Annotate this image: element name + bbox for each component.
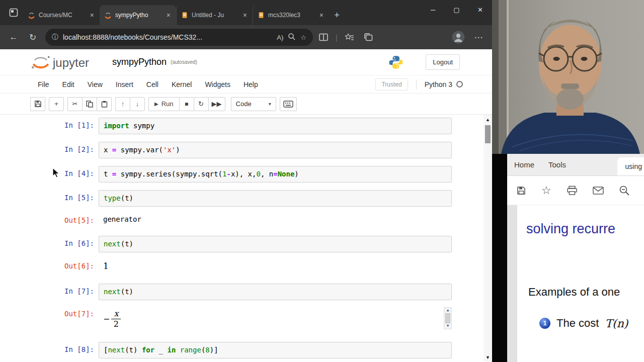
- close-button[interactable]: ✕: [468, 0, 492, 19]
- paste-cell-button[interactable]: [97, 97, 112, 111]
- code-input[interactable]: next(t): [99, 284, 452, 300]
- scroll-up-icon[interactable]: ▲: [486, 115, 490, 122]
- pdf-star-icon[interactable]: ☆: [541, 185, 551, 196]
- trusted-badge[interactable]: Trusted: [375, 78, 408, 90]
- browser-nav-bar: ← ↻ ⓘ localhost:8888/notebooks/Courses/M…: [0, 25, 492, 49]
- logout-button[interactable]: Logout: [426, 54, 460, 70]
- code-input[interactable]: next(t): [99, 236, 452, 252]
- copy-cell-button[interactable]: [82, 97, 97, 111]
- output-scrollbar[interactable]: ▲▼: [444, 307, 452, 329]
- new-tab-button[interactable]: +: [334, 10, 340, 21]
- pdf-tab-home[interactable]: Home: [507, 154, 541, 176]
- browser-window: Courses/MC×sympyPytho×Untitled - Ju×mcs3…: [0, 0, 492, 362]
- pdf-document-tab[interactable]: using: [617, 157, 644, 175]
- pdf-page: solving recurre Examples of a one 1 The …: [507, 205, 644, 362]
- code-input[interactable]: x = sympy.var('x'): [99, 142, 452, 158]
- cut-cell-button[interactable]: ✂: [67, 97, 83, 111]
- back-button[interactable]: ←: [5, 29, 22, 46]
- move-down-button[interactable]: ↓: [130, 97, 145, 111]
- input-prompt: In [2]:: [0, 142, 99, 153]
- pdf-tab-tools[interactable]: Tools: [541, 154, 573, 176]
- code-cell[interactable]: In [1]:import sympy: [0, 118, 492, 134]
- output-content: 1: [99, 258, 452, 274]
- notebook-title[interactable]: sympyPython: [112, 57, 167, 67]
- code-cell[interactable]: In [4]:t = sympy.series(sympy.sqrt(1-x),…: [0, 166, 492, 183]
- collections-icon[interactable]: [360, 29, 377, 46]
- code-input[interactable]: type(t): [99, 190, 452, 207]
- tab-actions-icon[interactable]: [4, 0, 23, 25]
- search-icon[interactable]: [288, 33, 296, 42]
- browser-tab[interactable]: sympyPytho×: [100, 5, 176, 25]
- menu-insert[interactable]: Insert: [109, 80, 140, 88]
- slide-subheading: Examples of a one: [528, 286, 620, 299]
- browser-tab[interactable]: Untitled - Ju×: [176, 5, 253, 25]
- python-logo-icon: [388, 55, 404, 70]
- page-scrollbar[interactable]: ▲ ▼: [484, 115, 492, 362]
- pdf-zoom-out-icon[interactable]: [619, 185, 630, 196]
- stop-button[interactable]: ■: [179, 97, 194, 111]
- code-cell[interactable]: In [6]:next(t): [0, 236, 492, 252]
- url-text[interactable]: localhost:8888/notebooks/Courses/MCS32..…: [63, 33, 272, 41]
- favorites-bar-icon[interactable]: [341, 29, 358, 46]
- tab-close-icon[interactable]: ×: [318, 11, 325, 19]
- menu-edit[interactable]: Edit: [56, 80, 81, 88]
- run-button[interactable]: ▶ Run: [148, 97, 180, 111]
- address-bar[interactable]: ⓘ localhost:8888/notebooks/Courses/MCS32…: [45, 29, 313, 46]
- jupyter-header: jupyter sympyPython (autosaved) Logout: [0, 49, 492, 75]
- command-palette-button[interactable]: [280, 97, 297, 111]
- split-screen-icon[interactable]: [315, 29, 332, 46]
- bullet-math: T(n): [605, 317, 628, 330]
- input-prompt: In [7]:: [0, 284, 99, 295]
- jupyter-logo[interactable]: jupyter: [30, 55, 89, 70]
- add-favorite-icon[interactable]: ☆: [300, 34, 306, 41]
- maximize-button[interactable]: ▢: [445, 0, 468, 19]
- tab-close-icon[interactable]: ×: [242, 11, 248, 19]
- tab-close-icon[interactable]: ×: [89, 11, 95, 19]
- minimize-button[interactable]: ─: [421, 0, 445, 19]
- pdf-email-icon[interactable]: [593, 187, 604, 195]
- code-cell[interactable]: In [8]:[next(t) for _ in range(8)]: [0, 342, 492, 358]
- code-input[interactable]: t = sympy.series(sympy.sqrt(1-x), x,0, n…: [99, 166, 452, 183]
- paste-icon: [101, 101, 108, 108]
- menu-file[interactable]: File: [31, 80, 56, 88]
- pdf-print-icon[interactable]: [567, 186, 578, 196]
- input-prompt: In [5]:: [0, 190, 99, 202]
- restart-run-all-button[interactable]: ▶▶: [208, 97, 225, 111]
- add-cell-button[interactable]: +: [49, 97, 64, 111]
- output-content: −x2▲▼: [99, 306, 452, 332]
- code-input[interactable]: import sympy: [99, 118, 452, 134]
- menu-help[interactable]: Help: [237, 80, 265, 88]
- code-input[interactable]: [next(t) for _ in range(8)]: [99, 342, 452, 358]
- reload-button[interactable]: ↻: [24, 29, 41, 46]
- restart-kernel-button[interactable]: ↻: [194, 97, 209, 111]
- code-cell[interactable]: In [5]:type(t): [0, 190, 492, 207]
- tab-label: sympyPytho: [115, 12, 162, 19]
- code-cell[interactable]: In [7]:next(t): [0, 284, 492, 300]
- webcam-video: [492, 0, 644, 154]
- more-menu-button[interactable]: ⋯: [470, 29, 487, 46]
- menu-kernel[interactable]: Kernel: [165, 80, 198, 88]
- menu-widgets[interactable]: Widgets: [198, 80, 237, 88]
- read-aloud-icon[interactable]: A): [277, 34, 283, 41]
- scrollbar-thumb[interactable]: [485, 125, 491, 143]
- save-button[interactable]: [30, 97, 45, 111]
- menu-cell[interactable]: Cell: [140, 80, 165, 88]
- menu-view[interactable]: View: [81, 80, 109, 88]
- jupyter-menubar: FileEditViewInsertCellKernelWidgetsHelp …: [0, 75, 492, 94]
- scrollbar-thumb[interactable]: [445, 313, 450, 323]
- cell-type-select[interactable]: Code ▾: [231, 97, 276, 111]
- move-up-button[interactable]: ↑: [115, 97, 130, 111]
- input-prompt: In [8]:: [0, 342, 99, 353]
- profile-avatar[interactable]: [450, 29, 467, 46]
- scroll-down-icon[interactable]: ▼: [486, 355, 490, 362]
- scroll-up-icon[interactable]: ▲: [447, 308, 449, 313]
- site-info-icon[interactable]: ⓘ: [52, 33, 58, 42]
- pdf-save-icon[interactable]: [516, 186, 526, 196]
- run-label: Run: [162, 100, 174, 108]
- tab-close-icon[interactable]: ×: [166, 11, 172, 19]
- browser-tab[interactable]: Courses/MC×: [23, 5, 100, 25]
- scroll-down-icon[interactable]: ▼: [447, 324, 449, 328]
- browser-tab[interactable]: mcs320lec3×: [253, 5, 329, 25]
- output-prompt: Out[7]:: [0, 306, 99, 318]
- code-cell[interactable]: In [2]:x = sympy.var('x'): [0, 142, 492, 158]
